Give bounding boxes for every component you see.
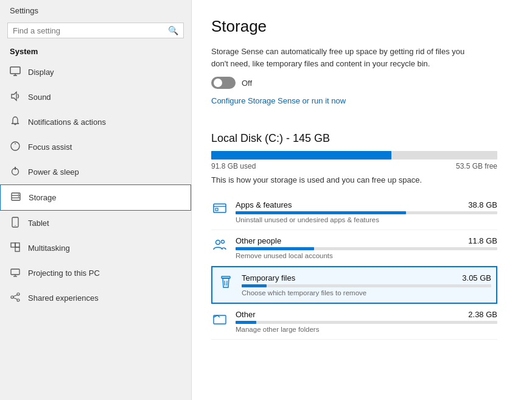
temp-bar — [242, 284, 491, 287]
disk-bar — [211, 151, 497, 160]
window-title: Settings — [0, 0, 191, 19]
other-people-icon — [211, 236, 228, 255]
sidebar-item-shared-label: Shared experiences — [28, 293, 99, 303]
storage-item-other[interactable]: Other 2.38 GB Manage other large folders — [211, 304, 497, 340]
sidebar-item-notifications-label: Notifications & actions — [28, 118, 106, 127]
sidebar-item-display[interactable]: Display — [0, 60, 191, 85]
apps-name: Apps & features — [236, 200, 292, 209]
storage-sense-toggle-row: Off — [211, 77, 513, 89]
sidebar-item-focus-label: Focus assist — [28, 142, 72, 152]
page-title: Storage — [211, 17, 513, 36]
storage-description: Storage Sense can automatically free up … — [211, 46, 473, 69]
disk-used: 91.8 GB used — [211, 162, 256, 170]
storage-item-apps[interactable]: Apps & features 38.8 GB Uninstall unused… — [211, 194, 497, 230]
storage-icon — [10, 191, 21, 204]
apps-bar-fill — [236, 211, 406, 214]
other-size: 2.38 GB — [468, 310, 497, 319]
svg-point-29 — [216, 240, 220, 245]
sidebar-item-display-label: Display — [28, 68, 54, 77]
apps-sub: Uninstall unused or undesired apps & fea… — [236, 216, 497, 223]
temp-icon — [217, 273, 234, 292]
sidebar-item-tablet-label: Tablet — [28, 219, 49, 228]
disk-description: This is how your storage is used and you… — [211, 175, 513, 184]
main-content: Storage Storage Sense can automatically … — [192, 0, 532, 400]
sound-icon — [10, 91, 21, 104]
tablet-icon — [10, 217, 21, 230]
other-name: Other — [236, 310, 256, 319]
svg-rect-15 — [11, 243, 15, 247]
svg-marker-3 — [12, 92, 16, 100]
svg-line-32 — [225, 281, 225, 286]
svg-line-33 — [227, 281, 228, 286]
shared-icon — [10, 292, 21, 304]
apps-bar — [236, 211, 497, 214]
sidebar-item-tablet[interactable]: Tablet — [0, 211, 191, 236]
other-bar-fill — [236, 321, 256, 324]
sidebar-item-storage[interactable]: Storage — [0, 184, 191, 211]
other-people-bar-fill — [236, 247, 314, 250]
sidebar-item-projecting-label: Projecting to this PC — [28, 268, 100, 278]
temp-name-row: Temporary files 3.05 GB — [242, 273, 491, 282]
sidebar-item-power[interactable]: Power & sleep — [0, 160, 191, 184]
temp-size: 3.05 GB — [462, 273, 491, 282]
sidebar-item-projecting[interactable]: Projecting to this PC — [0, 261, 191, 286]
other-icon — [211, 310, 228, 329]
display-icon — [10, 66, 21, 79]
other-people-sub: Remove unused local accounts — [236, 252, 497, 259]
config-link[interactable]: Configure Storage Sense or run it now — [211, 96, 346, 105]
svg-line-24 — [13, 295, 17, 297]
other-bar — [236, 321, 497, 324]
storage-sense-toggle[interactable] — [211, 77, 236, 89]
other-sub: Manage other large folders — [236, 326, 497, 333]
disk-free: 53.5 GB free — [456, 162, 497, 170]
other-name-row: Other 2.38 GB — [236, 310, 497, 319]
sidebar-item-power-label: Power & sleep — [28, 167, 79, 177]
sidebar-item-storage-label: Storage — [29, 193, 57, 202]
apps-name-row: Apps & features 38.8 GB — [236, 200, 497, 209]
disk-stats: 91.8 GB used 53.5 GB free — [211, 162, 497, 170]
sidebar-item-sound[interactable]: Sound — [0, 85, 191, 110]
storage-item-temp[interactable]: Temporary files 3.05 GB Choose which tem… — [211, 266, 497, 304]
sidebar-item-focus[interactable]: Focus assist — [0, 135, 191, 160]
search-input[interactable] — [13, 26, 168, 35]
other-people-name: Other people — [236, 236, 281, 245]
svg-point-21 — [17, 293, 19, 295]
svg-rect-16 — [15, 247, 19, 251]
focus-icon — [10, 141, 21, 153]
temp-name: Temporary files — [242, 273, 295, 282]
temp-info: Temporary files 3.05 GB Choose which tem… — [242, 273, 491, 296]
svg-point-30 — [222, 240, 225, 244]
sidebar-item-sound-label: Sound — [28, 93, 51, 102]
apps-icon — [211, 200, 228, 219]
sidebar: Settings 🔍 System Display Sound Notifica… — [0, 0, 192, 400]
disk-title: Local Disk (C:) - 145 GB — [211, 132, 513, 145]
temp-bar-fill — [242, 284, 267, 287]
apps-size: 38.8 GB — [468, 200, 497, 209]
svg-point-12 — [18, 196, 19, 197]
svg-rect-17 — [15, 243, 19, 247]
notifications-icon — [10, 116, 21, 128]
other-people-info: Other people 11.8 GB Remove unused local… — [236, 236, 497, 259]
sidebar-item-multitasking[interactable]: Multitasking — [0, 236, 191, 261]
sidebar-item-notifications[interactable]: Notifications & actions — [0, 110, 191, 135]
svg-rect-0 — [10, 67, 20, 74]
search-box[interactable]: 🔍 — [7, 23, 184, 38]
sidebar-item-multitasking-label: Multitasking — [28, 244, 70, 253]
svg-line-25 — [13, 298, 17, 300]
other-people-size: 11.8 GB — [468, 236, 497, 245]
svg-point-11 — [18, 194, 19, 195]
svg-rect-18 — [11, 269, 19, 275]
storage-item-other-people[interactable]: Other people 11.8 GB Remove unused local… — [211, 230, 497, 266]
temp-sub: Choose which temporary files to remove — [242, 289, 491, 296]
svg-point-22 — [11, 296, 13, 298]
sidebar-item-shared[interactable]: Shared experiences — [0, 286, 191, 311]
power-icon — [10, 166, 21, 178]
apps-info: Apps & features 38.8 GB Uninstall unused… — [236, 200, 497, 223]
svg-point-23 — [17, 299, 19, 301]
search-icon: 🔍 — [168, 26, 178, 35]
toggle-label: Off — [242, 79, 252, 88]
multitasking-icon — [10, 242, 21, 254]
system-label: System — [0, 44, 191, 60]
svg-rect-28 — [215, 208, 218, 211]
other-info: Other 2.38 GB Manage other large folders — [236, 310, 497, 333]
